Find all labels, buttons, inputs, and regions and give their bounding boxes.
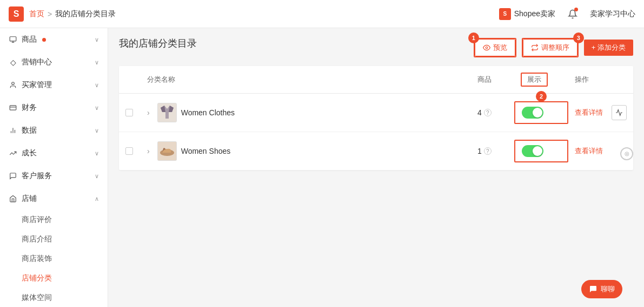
analytics-button-1[interactable] (612, 105, 627, 120)
clothes-image (158, 103, 176, 122)
svg-point-3 (12, 82, 15, 85)
marketing-icon: ◇ (9, 58, 17, 67)
goods-count-2: 1 (477, 147, 482, 155)
sidebar-item-goods[interactable]: 商品 ∨ (0, 28, 108, 51)
main-content: 我的店铺分类目录 1 预览 3 (108, 28, 644, 307)
chevron-down-icon: ∨ (95, 104, 99, 112)
goods-header: 商品 (471, 75, 514, 84)
sidebar-sub-shop-intro[interactable]: 商店介绍 (22, 230, 108, 249)
table-header: 分类名称 商品 2 展示 操作 (119, 66, 633, 94)
goods-badge (42, 38, 46, 42)
sidebar: 商品 ∨ ◇ 营销中心 ∨ 买家管理 ∨ (0, 28, 108, 307)
sidebar-label-growth: 成长 (22, 148, 37, 158)
table-row: › Women Clothes (119, 94, 633, 132)
eye-icon (483, 44, 490, 51)
data-icon (9, 126, 17, 135)
svg-rect-0 (10, 37, 16, 41)
info-icon-1[interactable]: ? (484, 109, 492, 116)
chat-button[interactable]: 聊聊 (581, 280, 622, 298)
sidebar-label-buyer: 买家管理 (22, 80, 52, 90)
category-name-1: Women Clothes (181, 108, 235, 117)
display-toggle-2[interactable] (522, 145, 543, 157)
finance-icon (9, 103, 17, 112)
preview-button[interactable]: 预览 (475, 39, 515, 56)
breadcrumb-current: 我的店铺分类目录 (55, 9, 116, 19)
chat-label: 聊聊 (601, 284, 615, 294)
sidebar-item-data[interactable]: 数据 ∨ (0, 119, 108, 142)
sidebar-label-finance: 财务 (22, 103, 37, 113)
table-row: › Women Shoes (119, 132, 633, 170)
sidebar-label-customer-service: 客户服务 (22, 171, 52, 181)
sidebar-item-customer-service[interactable]: 客户服务 ∨ (0, 165, 108, 187)
customer-service-icon (9, 172, 17, 180)
shopee-logo: S (9, 6, 24, 22)
sidebar-item-buyer[interactable]: 买家管理 ∨ (0, 74, 108, 96)
chevron-down-icon: ∨ (95, 36, 99, 43)
sidebar-label-data: 数据 (22, 126, 37, 135)
sidebar-item-finance[interactable]: 财务 ∨ (0, 96, 108, 119)
row-checkbox-2[interactable] (119, 147, 141, 155)
reorder-button[interactable]: 调整顺序 (523, 39, 577, 56)
add-category-button[interactable]: + 添加分类 (584, 40, 633, 56)
sidebar-sub-shop-category[interactable]: 店铺分类 (22, 269, 108, 288)
breadcrumb-home[interactable]: 首页 (29, 9, 44, 19)
notification-bell-button[interactable] (564, 5, 581, 23)
buyer-icon (9, 81, 17, 89)
chevron-down-icon: ∨ (95, 150, 99, 157)
sidebar-sub-shop-decor[interactable]: 商店装饰 (22, 249, 108, 269)
scroll-indicator: ◎ (620, 147, 633, 160)
shoes-image (158, 142, 176, 160)
chevron-down-icon: ∨ (95, 127, 99, 134)
shopee-seller-logo: S (499, 8, 511, 20)
row-checkbox-1[interactable] (119, 109, 141, 116)
sidebar-item-shop[interactable]: 店铺 ∧ (0, 187, 108, 210)
shop-icon (9, 194, 17, 203)
category-icon-1 (157, 103, 177, 122)
display-toggle-1[interactable] (522, 107, 543, 119)
view-detail-2[interactable]: 查看详情 (575, 147, 603, 155)
sidebar-label-shop: 店铺 (22, 194, 37, 204)
goods-count-1: 4 (477, 108, 482, 117)
sidebar-item-marketing[interactable]: ◇ 营销中心 ∨ (0, 51, 108, 74)
sidebar-sub-shop-review[interactable]: 商店评价 (22, 210, 108, 230)
view-detail-1[interactable]: 查看详情 (575, 108, 603, 117)
category-name-2: Women Shoes (181, 147, 231, 155)
chevron-up-icon: ∧ (95, 195, 99, 203)
sidebar-sub-shop-media[interactable]: 媒体空间 (22, 288, 108, 307)
notification-dot (574, 8, 578, 11)
help-center-link[interactable]: 卖家学习中心 (590, 9, 635, 19)
display-header: 2 展示 (514, 73, 568, 87)
chat-icon (589, 285, 597, 293)
sidebar-label-goods: 商品 (22, 35, 37, 44)
category-table: 分类名称 商品 2 展示 操作 (119, 66, 633, 170)
annotation-2: 2 (536, 91, 547, 102)
breadcrumb-separator: > (48, 10, 52, 18)
page-title: 我的店铺分类目录 (119, 37, 197, 50)
chevron-down-icon: ∨ (95, 59, 99, 66)
reorder-icon (531, 44, 539, 51)
svg-rect-4 (10, 106, 16, 110)
goods-icon (9, 35, 17, 44)
chevron-down-icon: ∨ (95, 82, 99, 89)
sidebar-label-marketing: 营销中心 (22, 57, 52, 67)
row-expand-1[interactable]: › (147, 108, 150, 117)
growth-icon (9, 149, 17, 158)
svg-point-9 (486, 47, 488, 49)
row-expand-2[interactable]: › (147, 147, 150, 155)
info-icon-2[interactable]: ? (484, 147, 492, 155)
operation-header: 操作 (568, 75, 633, 84)
chevron-down-icon: ∨ (95, 173, 99, 180)
seller-name: Shopee卖家 (514, 9, 555, 19)
sidebar-item-growth[interactable]: 成长 ∨ (0, 142, 108, 165)
category-icon-2 (157, 141, 177, 161)
annotation-3: 3 (573, 32, 584, 43)
annotation-1: 1 (468, 32, 479, 43)
category-name-header: 分类名称 (141, 75, 471, 84)
analytics-icon (615, 109, 623, 116)
